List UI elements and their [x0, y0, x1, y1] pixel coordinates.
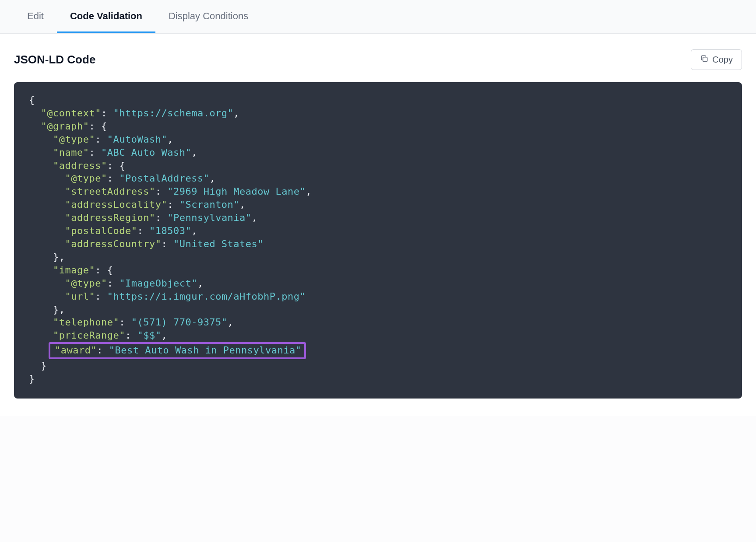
code-value: "18503" [149, 225, 191, 236]
code-value: "AutoWash" [107, 134, 167, 145]
code-key: "@context" [41, 108, 101, 119]
code-key: "addressRegion" [65, 212, 155, 223]
code-key: "@graph" [41, 121, 89, 132]
code-key: "@type" [65, 278, 107, 289]
tab-code-validation[interactable]: Code Validation [57, 0, 155, 33]
section-title: JSON-LD Code [14, 53, 95, 66]
tab-edit[interactable]: Edit [14, 0, 57, 33]
code-value: "PostalAddress" [119, 173, 209, 184]
code-value: "Scranton" [179, 199, 239, 210]
code-key: "name" [53, 147, 89, 158]
code-value: "$$" [137, 330, 161, 341]
code-key: "priceRange" [53, 330, 125, 341]
code-value: "2969 High Meadow Lane" [167, 186, 306, 197]
code-key: "addressLocality" [65, 199, 167, 210]
code-value: "United States" [173, 238, 264, 249]
tab-bar: Edit Code Validation Display Conditions [0, 0, 756, 34]
code-key: "addressCountry" [65, 238, 161, 249]
tab-display-conditions[interactable]: Display Conditions [155, 0, 261, 33]
code-key: "address" [53, 160, 107, 171]
code-key: "@type" [53, 134, 95, 145]
code-block[interactable]: { "@context": "https://schema.org", "@gr… [14, 82, 742, 399]
code-key: "url" [65, 291, 95, 302]
code-value: "ABC Auto Wash" [101, 147, 191, 158]
code-key: "streetAddress" [65, 186, 155, 197]
svg-rect-0 [703, 57, 707, 62]
code-key: "image" [53, 265, 95, 276]
code-key: "telephone" [53, 317, 119, 328]
code-key: "@type" [65, 173, 107, 184]
code-value: "ImageObject" [119, 278, 197, 289]
copy-icon [700, 54, 709, 65]
code-key: "award" [55, 345, 97, 356]
copy-button-label: Copy [712, 55, 733, 65]
code-value: "Pennsylvania" [167, 212, 251, 223]
code-value: "https://i.imgur.com/aHfobhP.png" [107, 291, 306, 302]
code-key: "postalCode" [65, 225, 137, 236]
section-header: JSON-LD Code Copy [14, 49, 742, 70]
code-value: "(571) 770-9375" [131, 317, 228, 328]
highlighted-line: "award": "Best Auto Wash in Pennsylvania… [49, 342, 306, 359]
code-value: "Best Auto Wash in Pennsylvania" [109, 345, 302, 356]
content-area: JSON-LD Code Copy { "@context": "https:/… [0, 34, 756, 416]
code-value: "https://schema.org" [113, 108, 233, 119]
copy-button[interactable]: Copy [691, 49, 742, 70]
